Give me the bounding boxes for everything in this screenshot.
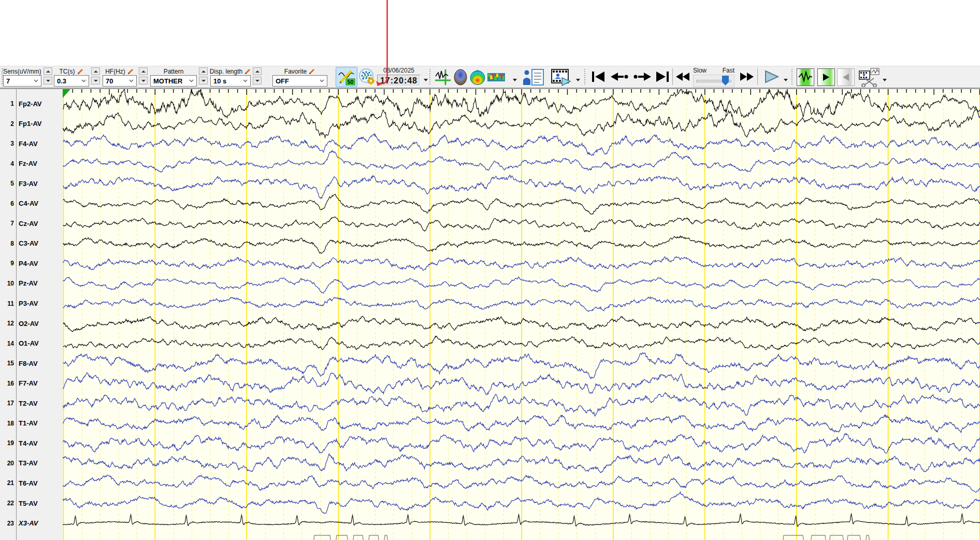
channel-number: 8 xyxy=(0,240,14,247)
waveform-mode-button[interactable] xyxy=(797,68,814,86)
spin-up-button[interactable] xyxy=(139,67,148,75)
channel-row[interactable]: 15F8-AV xyxy=(0,359,63,368)
spin-up-button[interactable] xyxy=(44,67,52,75)
channel-row[interactable]: 22T5-AV xyxy=(0,499,63,508)
pencil-icon[interactable] xyxy=(309,68,315,75)
play-segment-button[interactable] xyxy=(817,68,835,86)
channel-row[interactable]: 17T2-AV xyxy=(0,399,63,408)
channel-label: P4-AV xyxy=(19,260,38,267)
channel-row[interactable]: 9P4-AV xyxy=(0,259,63,268)
channel-row[interactable]: 10Pz-AV xyxy=(0,279,63,288)
datetime-dropdown-caret[interactable] xyxy=(424,79,428,81)
rewind-button[interactable] xyxy=(675,70,692,83)
spin-down-button[interactable] xyxy=(44,77,52,84)
topography-map-icon xyxy=(469,69,486,86)
time-constant-combobox[interactable]: 0.3 xyxy=(54,75,89,87)
channel-row[interactable]: 7Cz-AV xyxy=(0,219,63,228)
channel-row[interactable]: 19T4-AV xyxy=(0,438,63,448)
clip-dropdown-caret[interactable] xyxy=(883,79,887,81)
channel-row[interactable]: 6C4-AV xyxy=(0,199,63,208)
channel-row[interactable]: 11P3-AV xyxy=(0,299,63,308)
play-icon xyxy=(764,70,780,83)
toolbar-separator xyxy=(791,69,792,84)
channel-row[interactable]: 16F7-AV xyxy=(0,379,63,388)
display-length-combobox[interactable]: 10 s xyxy=(210,75,251,87)
pencil-icon[interactable] xyxy=(244,68,251,75)
speed-slider-handle[interactable] xyxy=(722,76,729,86)
toolbar-separator xyxy=(757,68,758,85)
brain-3d-map-button[interactable] xyxy=(453,68,468,86)
channel-number: 6 xyxy=(0,200,14,207)
sensitivity-combobox[interactable]: 7 xyxy=(3,75,41,87)
go-first-button[interactable] xyxy=(590,70,606,83)
play-dropdown-caret[interactable] xyxy=(784,79,788,81)
brain-3d-map-icon xyxy=(453,69,468,86)
pattern-combobox[interactable]: MOTHER xyxy=(150,75,197,87)
channel-row[interactable]: 4Fz-AV xyxy=(0,159,63,168)
channel-number: 12 xyxy=(0,320,14,327)
fast-forward-button[interactable] xyxy=(738,70,754,83)
spin-down-button[interactable] xyxy=(199,77,208,84)
video-dropdown-caret[interactable] xyxy=(576,79,580,81)
display-length-field: Disp. length 10 s xyxy=(210,67,251,87)
maps-dropdown-caret[interactable] xyxy=(513,79,517,81)
spin-down-button[interactable] xyxy=(139,77,148,84)
patient-info-button[interactable] xyxy=(522,68,545,86)
chevron-down-icon xyxy=(189,79,194,82)
chevron-down-icon xyxy=(81,79,86,82)
pencil-icon[interactable] xyxy=(127,68,134,75)
pencil-icon[interactable] xyxy=(77,68,84,75)
favorite-combobox[interactable]: OFF xyxy=(272,75,327,87)
channel-row[interactable]: 20T3-AV xyxy=(0,459,63,468)
channel-number: 19 xyxy=(0,439,14,447)
display-length-label: Disp. length xyxy=(210,68,242,75)
channel-row[interactable]: 1Fp2-AV xyxy=(0,99,63,108)
channel-number: 16 xyxy=(0,380,14,387)
channel-row[interactable]: 14O1-AV xyxy=(0,339,63,348)
slider-fast-label: Fast xyxy=(723,67,734,74)
video-review-button[interactable] xyxy=(550,68,572,86)
eeg-canvas[interactable] xyxy=(63,89,980,540)
spin-up-button[interactable] xyxy=(91,67,100,75)
time-display-box[interactable]: 17:20:48 xyxy=(377,75,421,87)
channel-label: Pz-AV xyxy=(19,279,38,287)
channel-label: T3-AV xyxy=(19,459,38,467)
speed-slider-track[interactable] xyxy=(693,75,734,87)
spin-up-button[interactable] xyxy=(253,67,262,75)
channel-row[interactable]: 5F3-AV xyxy=(0,179,63,188)
spin-up-button[interactable] xyxy=(199,67,208,75)
waveform-area xyxy=(63,89,980,540)
channel-row[interactable]: 12O2-AV xyxy=(0,319,63,328)
high-frequency-combobox[interactable]: 70 xyxy=(103,75,137,87)
topography-map-button[interactable] xyxy=(469,68,486,86)
channel-row[interactable]: 21T6-AV xyxy=(0,478,63,488)
spin-down-button[interactable] xyxy=(253,77,262,84)
channel-number: 11 xyxy=(0,300,14,307)
channel-row[interactable]: 18T1-AV xyxy=(0,419,63,428)
ac-filter-50hz-button[interactable]: 50 xyxy=(336,67,357,87)
channel-number: 3 xyxy=(0,140,14,147)
play-button[interactable] xyxy=(762,69,781,84)
channel-row[interactable]: 2Fp1-AV xyxy=(0,119,63,129)
channel-row[interactable]: 8C3-AV xyxy=(0,239,63,248)
montage-settings-button[interactable] xyxy=(358,68,376,86)
channel-number: 2 xyxy=(0,120,14,127)
pattern-field: Pattern MOTHER xyxy=(150,67,197,87)
spectrogram-button[interactable] xyxy=(487,73,505,82)
toolbar-separator xyxy=(429,69,430,84)
spin-down-button[interactable] xyxy=(91,77,100,84)
channel-label: C4-AV xyxy=(19,200,38,207)
video-clip-button[interactable] xyxy=(858,67,881,87)
channel-row[interactable]: 3F4-AV xyxy=(0,139,63,148)
label-panel-divider xyxy=(16,89,17,540)
display-length-spinner xyxy=(253,67,262,85)
event-waveform-button[interactable] xyxy=(434,68,452,86)
channel-number: 22 xyxy=(0,500,14,507)
step-forward-button[interactable] xyxy=(633,70,652,83)
ac-filter-50hz-icon: 50 xyxy=(337,68,356,86)
step-back-button[interactable] xyxy=(610,70,629,83)
slider-slow-label: Slow xyxy=(693,67,707,74)
go-last-button[interactable] xyxy=(655,70,670,83)
channel-row[interactable]: 23X3-AV xyxy=(0,519,63,528)
channel-label: T2-AV xyxy=(19,400,38,407)
